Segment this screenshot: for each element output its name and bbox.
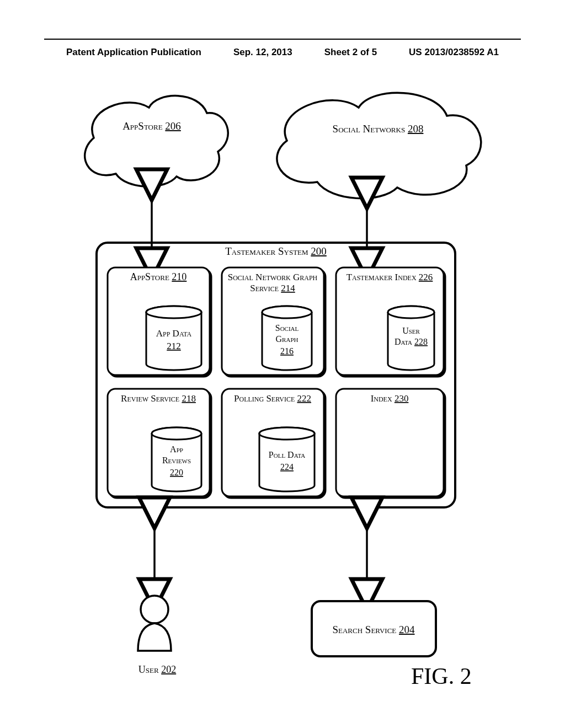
box-appstore-svc: AppStore 210 App Data 212 bbox=[108, 267, 210, 375]
box-appstore-num: 210 bbox=[172, 271, 186, 282]
db-rev-l2: Reviews bbox=[162, 456, 191, 465]
publication-type: Patent Application Publication bbox=[66, 47, 201, 58]
search-label: Search Service bbox=[332, 624, 396, 635]
user-label: User bbox=[138, 664, 159, 675]
svg-text:Data
         
        228: Data 228 bbox=[395, 337, 428, 346]
search-num: 204 bbox=[399, 624, 415, 635]
user-icon bbox=[138, 596, 171, 651]
svg-text:AppStore
       
      206: AppStore 206 bbox=[122, 120, 181, 132]
cloud-social-label: Social Networks bbox=[333, 123, 406, 135]
sheet-number: Sheet 2 of 5 bbox=[324, 47, 377, 58]
box-sng-label1: Social Network Graph bbox=[228, 272, 318, 282]
box-search-service: Search Service 204 bbox=[312, 601, 436, 656]
db-rev-num: 220 bbox=[170, 468, 183, 477]
db-rev-l1: App bbox=[170, 445, 183, 454]
svg-text:Search Service
       
      2: Search Service 204 bbox=[332, 624, 415, 635]
db-user-l2: Data bbox=[395, 337, 412, 346]
db-social-graph: Social Graph 216 bbox=[262, 306, 312, 370]
box-tm-num: 226 bbox=[419, 272, 433, 282]
system-num: 200 bbox=[311, 245, 327, 257]
figure-canvas: AppStore 206 Social Networks 208 Tastema… bbox=[0, 72, 565, 711]
cloud-appstore-num: 206 bbox=[165, 120, 181, 132]
box-appstore-label: AppStore bbox=[130, 271, 169, 282]
svg-text:Social Networks
       
      : Social Networks 208 bbox=[333, 123, 424, 135]
box-review-service: Review Service 218 App Reviews 220 bbox=[108, 389, 210, 496]
db-social-l2: Graph bbox=[276, 334, 299, 344]
publication-number: US 2013/0238592 A1 bbox=[409, 47, 499, 58]
svg-text:224: 224 bbox=[280, 462, 294, 472]
publication-date: Sep. 12, 2013 bbox=[233, 47, 292, 58]
cloud-social-networks: Social Networks 208 bbox=[277, 93, 481, 198]
svg-point-31 bbox=[141, 596, 168, 623]
svg-text:Polling Service
       
      : Polling Service 222 bbox=[234, 393, 311, 404]
svg-point-7 bbox=[146, 306, 201, 318]
box-index-label: Index bbox=[371, 393, 392, 404]
svg-point-17 bbox=[388, 306, 434, 318]
svg-text:220: 220 bbox=[170, 468, 183, 477]
svg-text:Tastemaker Index
       
     : Tastemaker Index 226 bbox=[347, 272, 433, 282]
system-label: Tastemaker System bbox=[225, 245, 308, 257]
db-app-data-label: App Data bbox=[156, 328, 192, 339]
box-review-num: 218 bbox=[182, 393, 196, 404]
db-user-l1: User bbox=[402, 326, 420, 335]
figure-label: FIG. 2 bbox=[411, 663, 472, 689]
cloud-social-num: 208 bbox=[408, 123, 424, 135]
svg-text:212: 212 bbox=[167, 341, 181, 351]
svg-point-27 bbox=[259, 427, 315, 440]
db-social-l1: Social bbox=[275, 323, 299, 333]
db-app-reviews: App Reviews 220 bbox=[152, 427, 201, 491]
db-user-data: User Data 228 bbox=[388, 306, 434, 370]
svg-text:AppStore
       
      210: AppStore 210 bbox=[130, 271, 187, 282]
db-app-data-num: 212 bbox=[167, 341, 181, 351]
box-sng-num: 214 bbox=[281, 283, 295, 293]
svg-text:Tastemaker System
       
    : Tastemaker System 200 bbox=[225, 245, 327, 257]
header-rule bbox=[44, 39, 521, 40]
db-poll-num: 224 bbox=[280, 462, 294, 472]
db-social-num: 216 bbox=[280, 346, 294, 356]
box-poll-label: Polling Service bbox=[234, 393, 295, 404]
box-sng-service: Social Network Graph Service 214 Social … bbox=[222, 267, 324, 375]
db-poll-label: Poll Data bbox=[269, 450, 305, 459]
cloud-appstore: AppStore 206 bbox=[85, 96, 228, 187]
box-index-num: 230 bbox=[395, 393, 409, 404]
box-review-label: Review Service bbox=[121, 393, 179, 404]
box-tastemaker-index: Tastemaker Index 226 User Data 228 bbox=[336, 267, 444, 375]
box-polling-service: Polling Service 222 Poll Data 224 bbox=[222, 389, 324, 496]
svg-rect-29 bbox=[336, 389, 444, 496]
box-tm-label: Tastemaker Index bbox=[347, 272, 417, 282]
patent-header: Patent Application Publication Sep. 12, … bbox=[0, 47, 565, 58]
db-poll-data: Poll Data 224 bbox=[259, 427, 315, 491]
user-num: 202 bbox=[161, 664, 176, 675]
svg-text:Index
       
      230: Index 230 bbox=[371, 393, 409, 404]
svg-text:Service
       
      214: Service 214 bbox=[250, 283, 295, 293]
svg-text:User
     
    202: User 202 bbox=[138, 664, 176, 675]
db-app-data: App Data 212 bbox=[146, 306, 201, 370]
box-poll-num: 222 bbox=[297, 393, 311, 404]
db-user-num: 228 bbox=[414, 337, 428, 346]
svg-point-22 bbox=[152, 427, 201, 440]
box-index: Index 230 bbox=[336, 389, 444, 496]
box-sng-label2: Service bbox=[250, 283, 279, 293]
svg-point-12 bbox=[262, 306, 312, 318]
svg-text:216: 216 bbox=[280, 346, 294, 356]
cloud-appstore-label: AppStore bbox=[122, 120, 163, 132]
svg-text:Review Service
       
      2: Review Service 218 bbox=[121, 393, 196, 404]
